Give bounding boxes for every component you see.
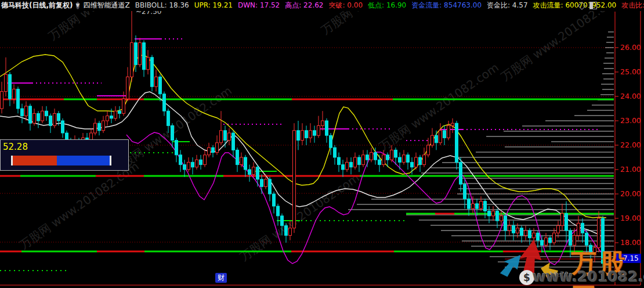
candle-body <box>29 106 32 123</box>
candle-body <box>110 116 113 118</box>
candle-body <box>370 153 373 160</box>
candle-body <box>598 218 600 247</box>
candle-body <box>480 201 483 209</box>
price-axis-label: 21.00 <box>620 165 641 174</box>
candle-body <box>122 99 125 113</box>
candle-body <box>516 228 519 233</box>
candle-body <box>577 223 580 235</box>
candle-body <box>5 74 8 91</box>
field-UPR: UPR: 19.21 <box>194 1 233 9</box>
candle-body <box>334 147 337 157</box>
candle-body <box>179 155 182 165</box>
candle-body <box>163 94 166 111</box>
candle-body <box>236 150 239 164</box>
candle-body <box>139 43 142 65</box>
candle-body <box>61 121 64 133</box>
candle-body <box>232 133 235 150</box>
candle-body <box>143 43 146 70</box>
candle-body <box>520 228 523 236</box>
candle-body <box>126 77 129 99</box>
field-BBIBOLL: BBIBOLL: 18.36 <box>135 1 189 9</box>
candle-body <box>419 157 422 165</box>
candle-body <box>277 206 280 216</box>
candle-body <box>147 57 150 70</box>
candle-body <box>500 216 503 221</box>
field-攻击流量: 攻击流量: 600701952.00 <box>533 1 617 9</box>
bottom-marker-badge: 财 <box>215 273 227 283</box>
candle-body <box>196 160 198 167</box>
chevron-down-circle-icon[interactable]: ▼ <box>76 2 80 9</box>
candle-body <box>216 143 219 153</box>
field-低点: 低点: 16.90 <box>368 1 406 9</box>
candle-body <box>354 157 357 167</box>
stock-title: 德马科技(日线,前复权) <box>1 1 73 10</box>
candle-body <box>187 162 190 170</box>
candle-body <box>289 228 292 236</box>
candle-body <box>200 160 202 164</box>
candle-body <box>435 135 438 143</box>
watermark-dollar: $ <box>523 272 530 283</box>
candle-body <box>175 141 178 155</box>
candle-body <box>301 131 304 141</box>
candle-body <box>167 111 170 125</box>
candle-body <box>451 123 454 125</box>
candle-body <box>155 77 158 87</box>
candle-body <box>557 226 560 233</box>
bar-blue-segment <box>57 156 110 165</box>
candle-body <box>549 238 552 243</box>
candle-body <box>135 43 138 65</box>
watermark-tile: 万股网 www.201082.com <box>498 0 623 84</box>
diamond-icon[interactable] <box>578 1 586 9</box>
candle-body <box>423 155 426 165</box>
candle-body <box>447 125 450 138</box>
candle-body <box>386 155 389 160</box>
candle-body <box>261 179 263 187</box>
candle-body <box>273 194 276 206</box>
candle-body <box>37 113 40 121</box>
candle-body <box>411 162 414 167</box>
candle-body <box>553 233 556 243</box>
candle-body <box>41 111 44 121</box>
candle-body <box>305 131 308 138</box>
candle-body <box>159 77 162 93</box>
candle-body <box>427 145 430 155</box>
candle-body <box>374 153 377 160</box>
candle-body <box>468 199 471 208</box>
candle-body <box>220 131 223 143</box>
candle-body <box>244 157 247 170</box>
candle-body <box>362 155 365 165</box>
candle-body <box>297 131 300 141</box>
candle-body <box>106 116 109 121</box>
candle-body <box>98 123 101 131</box>
candle-body <box>21 109 24 116</box>
candle-body <box>151 57 154 87</box>
candle-body <box>256 167 259 179</box>
candle-body <box>439 131 442 143</box>
candle-body <box>541 240 544 245</box>
candle-body <box>464 184 466 199</box>
candle-body <box>496 211 499 221</box>
bar-right-cap <box>110 156 111 165</box>
candle-body <box>390 150 393 160</box>
candle-body <box>285 226 288 236</box>
layout-split-icon[interactable] <box>589 2 597 9</box>
candle-body <box>293 131 296 228</box>
strength-ratio-bar <box>11 156 111 165</box>
price-axis-label: 20.00 <box>620 189 641 198</box>
field-资金比: 资金比: 4.57 <box>487 1 528 9</box>
candle-body <box>524 231 527 235</box>
price-axis-label: 19.00 <box>620 214 641 222</box>
candle-body <box>492 211 495 215</box>
candle-body <box>585 233 588 245</box>
candle-body <box>338 157 341 165</box>
candle-body <box>114 111 117 118</box>
candle-body <box>313 131 316 135</box>
indicator-title: 四维智能通道Z <box>83 1 129 10</box>
candle-body <box>346 162 349 170</box>
candle-body <box>9 74 12 99</box>
candle-body <box>460 162 462 184</box>
field-攻击比: 攻击比: 3 <box>621 1 644 9</box>
candle-body <box>443 131 446 138</box>
indicator-info-box: 52.28 <box>0 139 129 171</box>
candle-body <box>309 131 312 138</box>
